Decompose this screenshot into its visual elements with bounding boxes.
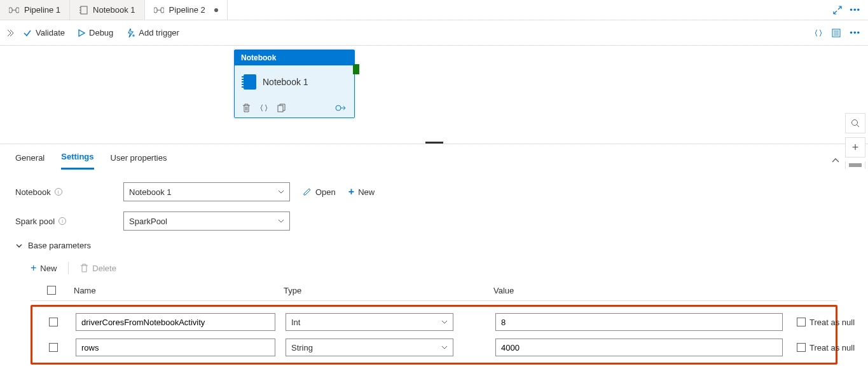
- debug-label: Debug: [89, 28, 113, 37]
- table-row: String Treat as null: [32, 335, 836, 360]
- chevron-down-icon: [278, 189, 284, 195]
- treat-as-null-label: Treat as null: [809, 318, 855, 327]
- notebook-activity[interactable]: Notebook Notebook 1: [234, 50, 355, 118]
- param-type-select[interactable]: String: [286, 339, 453, 356]
- divider: [68, 262, 69, 274]
- row-checkbox[interactable]: [49, 318, 58, 326]
- svg-rect-3: [81, 6, 87, 14]
- svg-line-20: [857, 125, 860, 128]
- base-parameters-label: Base parameters: [28, 241, 91, 250]
- tab-label: Notebook 1: [93, 5, 135, 15]
- notebook-select[interactable]: Notebook 1: [123, 182, 290, 201]
- activity-title: Notebook 1: [263, 77, 308, 87]
- notebook-icon: [79, 6, 88, 15]
- row-checkbox[interactable]: [49, 343, 58, 352]
- pipeline-toolbar: Validate Debug Add trigger •••: [0, 20, 868, 46]
- new-label: New: [358, 187, 375, 197]
- delete-icon[interactable]: [242, 104, 251, 112]
- param-type-select[interactable]: Int: [286, 313, 453, 331]
- expand-sidebar-button[interactable]: [0, 29, 19, 37]
- add-trigger-label: Add trigger: [139, 28, 179, 37]
- delete-param-label: Delete: [92, 264, 116, 273]
- tab-label: Pipeline 2: [169, 5, 205, 15]
- zoom-in-button[interactable]: +: [845, 137, 865, 158]
- chevron-down-icon: [278, 218, 284, 224]
- param-name-input[interactable]: [76, 313, 275, 331]
- trigger-icon: [126, 29, 135, 37]
- output-arrow-icon[interactable]: [335, 104, 347, 112]
- pipeline-icon: [9, 6, 19, 14]
- unsaved-indicator-icon: [214, 8, 218, 12]
- zoom-slider-handle[interactable]: [845, 161, 865, 169]
- treat-as-null-label: Treat as null: [809, 343, 855, 352]
- new-parameter-button[interactable]: + New: [31, 262, 57, 274]
- svg-rect-16: [278, 105, 283, 112]
- delete-parameter-button[interactable]: Delete: [80, 264, 116, 273]
- success-output-handle[interactable]: [353, 64, 359, 74]
- info-icon[interactable]: i: [59, 217, 66, 225]
- properties-panel: General Settings User properties Noteboo…: [0, 144, 868, 376]
- param-value-input[interactable]: [495, 313, 783, 331]
- delete-icon: [80, 264, 88, 272]
- list-icon[interactable]: [832, 29, 841, 37]
- pipeline-canvas[interactable]: Notebook Notebook 1 +: [0, 46, 868, 144]
- open-label: Open: [315, 187, 336, 197]
- parameters-table: Name Type Value Int: [15, 281, 853, 365]
- chevron-down-icon: [15, 242, 23, 250]
- treat-as-null-checkbox[interactable]: [797, 318, 806, 326]
- column-name: Name: [74, 286, 284, 295]
- notebook-field-label: Notebook i: [15, 187, 123, 197]
- table-row: Int Treat as null: [32, 309, 836, 335]
- code-icon[interactable]: [814, 29, 823, 37]
- search-canvas-button[interactable]: [845, 113, 865, 133]
- debug-button[interactable]: Debug: [78, 28, 113, 37]
- expand-icon[interactable]: [833, 6, 842, 15]
- open-notebook-button[interactable]: Open: [303, 187, 336, 197]
- tab-general[interactable]: General: [15, 153, 45, 169]
- chevron-down-icon: [441, 319, 448, 325]
- new-param-label: New: [40, 264, 57, 273]
- parameters-highlight: Int Treat as null String: [31, 305, 837, 365]
- select-all-checkbox[interactable]: [47, 286, 56, 295]
- more-icon[interactable]: •••: [850, 5, 860, 15]
- panel-resize-handle[interactable]: [425, 142, 443, 144]
- tab-pipeline-2[interactable]: Pipeline 2: [145, 0, 228, 20]
- svg-rect-7: [154, 8, 157, 13]
- spark-pool-select-value: SparkPool: [129, 217, 167, 226]
- play-icon: [78, 29, 85, 37]
- chevron-down-icon: [441, 344, 448, 351]
- validate-button[interactable]: Validate: [23, 28, 65, 37]
- svg-rect-1: [16, 8, 19, 13]
- code-icon[interactable]: [259, 104, 268, 112]
- param-value-input[interactable]: [495, 339, 783, 356]
- add-trigger-button[interactable]: Add trigger: [126, 28, 179, 37]
- more-icon[interactable]: •••: [850, 28, 860, 37]
- spark-pool-field-label: Spark pool i: [15, 217, 123, 226]
- tab-settings[interactable]: Settings: [61, 152, 93, 170]
- column-type: Type: [284, 286, 493, 295]
- check-icon: [23, 29, 32, 37]
- spark-pool-select[interactable]: SparkPool: [123, 211, 290, 231]
- param-name-input[interactable]: [76, 339, 275, 356]
- editor-tabs: Pipeline 1 Notebook 1 Pipeline 2 •••: [0, 0, 868, 20]
- new-notebook-button[interactable]: + New: [348, 186, 375, 198]
- validate-label: Validate: [36, 28, 65, 37]
- svg-point-19: [852, 120, 858, 126]
- treat-as-null-checkbox[interactable]: [797, 343, 806, 352]
- activity-type-label: Notebook: [235, 50, 354, 65]
- tab-pipeline-1[interactable]: Pipeline 1: [0, 0, 70, 20]
- pipeline-icon: [154, 6, 164, 14]
- copy-icon[interactable]: [277, 104, 286, 112]
- svg-rect-8: [161, 8, 164, 13]
- tab-label: Pipeline 1: [24, 5, 60, 15]
- notebook-select-value: Notebook 1: [129, 187, 172, 197]
- param-type-value: String: [291, 343, 313, 352]
- base-parameters-toggle[interactable]: Base parameters: [15, 241, 853, 250]
- svg-rect-0: [9, 8, 12, 13]
- plus-icon: +: [348, 186, 354, 198]
- info-icon[interactable]: i: [55, 188, 62, 196]
- edit-icon: [303, 187, 312, 196]
- tab-user-properties[interactable]: User properties: [111, 153, 167, 169]
- svg-point-17: [336, 105, 341, 111]
- tab-notebook-1[interactable]: Notebook 1: [70, 0, 145, 20]
